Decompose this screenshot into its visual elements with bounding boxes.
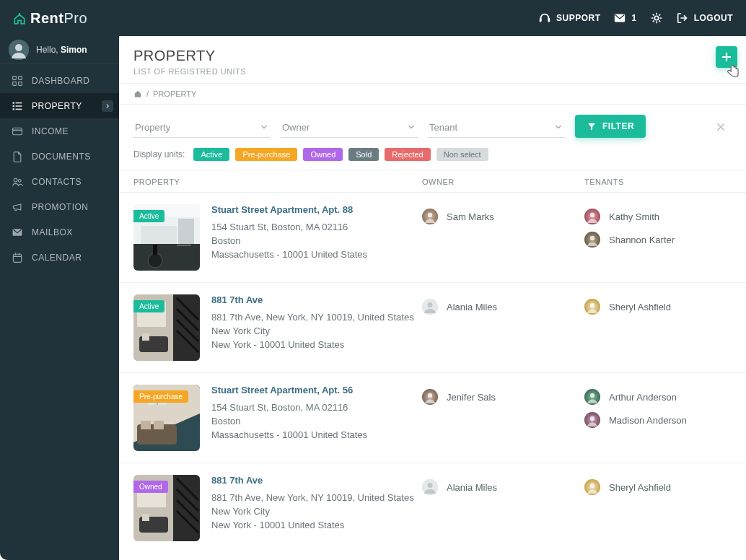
property-select-value[interactable] — [133, 116, 271, 138]
mail-count: 1 — [631, 13, 636, 23]
status-badge: Active — [133, 210, 164, 222]
owner-name: Alania Miles — [447, 302, 497, 312]
tenant[interactable]: Arthur Anderson — [584, 389, 732, 405]
chip-owned[interactable]: Owned — [303, 148, 343, 161]
tenant[interactable]: Shannon Karter — [584, 232, 732, 248]
table-row[interactable]: Active 881 7th Ave 881 7th Ave, New York… — [119, 282, 746, 372]
table-head: PROPERTY OWNER TENANTS — [119, 170, 746, 192]
mail-icon — [613, 12, 626, 25]
property-address-1: 881 7th Ave, New York, NY 10019, United … — [211, 311, 422, 325]
property-thumbnail[interactable]: Owned — [133, 475, 200, 541]
owner-select-value[interactable] — [281, 116, 418, 138]
property-address-1: 154 Stuart St, Boston, MA 02116 — [211, 401, 422, 415]
property-info: 881 7th Ave 881 7th Ave, New York, NY 10… — [211, 475, 422, 541]
svg-rect-55 — [141, 421, 151, 429]
avatar — [584, 232, 600, 248]
crumb-current: PROPERTY — [153, 89, 196, 98]
chip-nonselect[interactable]: Non select — [436, 148, 488, 161]
property-title[interactable]: Stuart Street Apartment, Apt. 88 — [211, 204, 422, 215]
property-info: Stuart Street Apartment, Apt. 88 154 Stu… — [211, 204, 422, 271]
tenant-select-value[interactable] — [428, 116, 565, 138]
sidebar-item-calendar[interactable]: CALENDAR — [0, 245, 119, 270]
home-icon[interactable] — [133, 89, 142, 98]
gear-icon — [650, 12, 663, 25]
sidebar-item-promotion[interactable]: PROMOTION — [0, 194, 119, 219]
owner[interactable]: Sam Marks — [422, 209, 584, 224]
owner-name: Sam Marks — [447, 211, 494, 222]
sidebar-item-label: CONTACTS — [32, 177, 82, 187]
owner[interactable]: Jenifer Sals — [422, 389, 584, 405]
logout-label: LOGOUT — [694, 13, 733, 23]
user-row[interactable]: Hello, Simon — [0, 36, 119, 64]
col-owner: OWNER — [422, 178, 584, 186]
sidebar-item-dashboard[interactable]: DASHBOARD — [0, 68, 119, 93]
tenants: Sheryl Ashfield — [584, 294, 732, 361]
headset-icon — [538, 12, 551, 25]
support-button[interactable]: SUPPORT — [538, 12, 601, 25]
sidebar-item-label: DOCUMENTS — [32, 152, 91, 162]
owner[interactable]: Alania Miles — [422, 299, 584, 315]
greeting: Hello, Simon — [36, 45, 87, 55]
sidebar-item-contacts[interactable]: CONTACTS — [0, 169, 119, 194]
sidebar-item-income[interactable]: INCOME — [0, 118, 119, 144]
sidebar-item-mailbox[interactable]: MAILBOX — [0, 219, 119, 245]
chevron-right-icon — [102, 100, 113, 112]
svg-rect-71 — [142, 514, 149, 521]
property-title[interactable]: 881 7th Ave — [211, 294, 422, 305]
logout-button[interactable]: LOGOUT — [676, 12, 733, 25]
hello-text: Hello, — [36, 45, 58, 55]
owners: Alania Miles — [422, 294, 584, 361]
property-title[interactable]: Stuart Street Apartment, Apt. 56 — [211, 385, 422, 395]
chip-rejected[interactable]: Rejected — [385, 148, 430, 161]
support-label: SUPPORT — [556, 13, 601, 23]
svg-point-58 — [428, 393, 432, 398]
property-address-3: New York - 10001 United States — [211, 519, 422, 533]
table-row[interactable]: Owned 881 7th Ave 881 7th Ave, New York,… — [119, 463, 746, 553]
svg-point-73 — [428, 483, 433, 488]
chip-sold[interactable]: Sold — [348, 148, 379, 161]
svg-point-27 — [148, 253, 162, 268]
add-property-button[interactable] — [716, 46, 737, 68]
tenant[interactable]: Sheryl Ashfield — [584, 299, 732, 315]
tenant-name: Shannon Karter — [609, 235, 675, 245]
tenant[interactable]: Madison Anderson — [584, 412, 732, 428]
property-address-1: 881 7th Ave, New York, NY 10019, United … — [211, 491, 422, 505]
property-thumbnail[interactable]: Pre-purchase — [133, 385, 200, 451]
sidebar-item-label: PROPERTY — [32, 101, 82, 111]
grid-icon — [12, 75, 23, 87]
brand-a: Rent — [30, 10, 63, 26]
avatar — [422, 299, 438, 315]
settings-button[interactable] — [650, 12, 663, 25]
property-title[interactable]: 881 7th Ave — [211, 475, 422, 486]
tenant-name: Kathy Smith — [609, 211, 659, 222]
tenant-name: Arthur Anderson — [609, 392, 677, 403]
property-address-1: 154 Stuart St, Boston, MA 02116 — [211, 221, 422, 235]
tenant[interactable]: Kathy Smith — [584, 209, 732, 224]
property-thumbnail[interactable]: Active — [133, 204, 200, 271]
property-thumbnail[interactable]: Active — [133, 294, 200, 361]
sidebar-item-documents[interactable]: DOCUMENTS — [0, 144, 119, 169]
table-row[interactable]: Pre-purchase Stuart Street Apartment, Ap… — [119, 372, 746, 463]
user-name: Simon — [61, 45, 87, 55]
people-icon — [12, 176, 23, 188]
sidebar-item-label: DASHBOARD — [32, 76, 90, 86]
nav: DASHBOARDPROPERTYINCOMEDOCUMENTSCONTACTS… — [0, 64, 119, 270]
plus-icon — [719, 50, 734, 64]
close-icon — [714, 121, 727, 134]
svg-point-35 — [590, 236, 594, 240]
chip-prepurchase[interactable]: Pre-purchase — [235, 148, 297, 161]
chip-active[interactable]: Active — [193, 148, 229, 161]
close-filter-button[interactable] — [710, 116, 732, 138]
owner[interactable]: Alania Miles — [422, 479, 584, 495]
svg-point-46 — [428, 302, 433, 307]
page-head: PROPERTY LIST OF REGISTRED UNITS — [119, 36, 746, 83]
tenant[interactable]: Sheryl Ashfield — [584, 479, 732, 495]
sidebar-item-property[interactable]: PROPERTY — [0, 93, 119, 118]
filter-button[interactable]: FILTER — [575, 115, 646, 138]
property-select[interactable] — [133, 116, 271, 138]
tenant-select[interactable] — [428, 116, 565, 138]
app-logo[interactable]: RentPro — [0, 0, 119, 36]
owner-select[interactable] — [281, 116, 418, 138]
mail-button[interactable]: 1 — [613, 12, 636, 25]
table-row[interactable]: Active Stuart Street Apartment, Apt. 88 … — [119, 192, 746, 282]
